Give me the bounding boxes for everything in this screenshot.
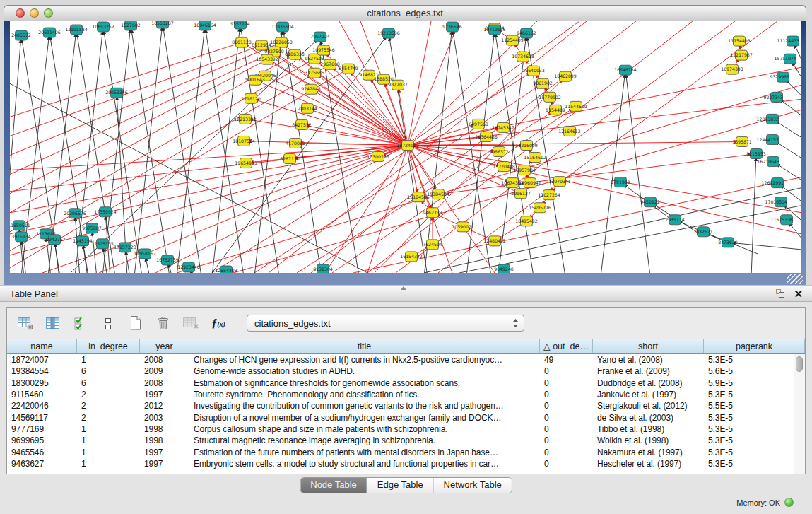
network-edge[interactable] [424,33,452,273]
network-edge[interactable] [794,64,801,77]
network-node-label: 19218596 [377,30,400,35]
network-edge[interactable] [93,235,97,273]
network-edge[interactable] [212,74,528,273]
cell-in_degree: 1 [77,459,140,469]
column-header-title[interactable]: title [189,339,540,353]
network-edge[interactable] [601,76,625,273]
table-row[interactable]: 946362711997Embryonic stem cells: a mode… [7,458,794,469]
table-row[interactable]: 911546021997Tourette syndrome. Phenomeno… [7,389,794,400]
network-node-label: 13216099 [515,143,538,148]
network-node-label: 12070341 [548,179,571,184]
network-edge[interactable] [796,47,801,59]
network-edge[interactable] [313,110,402,143]
cell-title: Estimation of the future numbers of pati… [189,448,540,457]
column-header-name[interactable]: name [7,339,77,353]
network-edge[interactable] [527,176,528,177]
network-edge[interactable] [553,103,553,105]
cell-pagerank: 5.6E-5 [704,366,794,376]
network-node-label: 2967608 [320,62,340,66]
network-edge[interactable] [104,33,142,273]
network-edge[interactable] [375,81,561,273]
network-edge[interactable] [10,67,325,251]
close-panel-icon[interactable]: ✕ [794,287,803,301]
tab-network-table[interactable]: Network Table [434,478,512,493]
table-row[interactable]: 1872400712008Changes of HCN gene express… [7,354,794,366]
network-edge[interactable] [163,30,201,273]
network-edge[interactable] [735,61,738,65]
network-edge[interactable] [257,100,403,144]
network-edge[interactable] [408,21,431,140]
minimize-window-button[interactable] [30,8,39,18]
network-edge[interactable] [413,146,801,213]
cell-short: Jankovic et al. (1997) [593,390,704,399]
tab-node-table[interactable]: Node Table [300,478,367,493]
network-edge[interactable] [22,243,26,273]
select-columns-button[interactable] [44,315,62,332]
network-edge[interactable] [10,47,256,136]
network-edge[interactable] [438,21,777,273]
row-height-icon [106,318,111,329]
cell-name: 9699695 [7,436,77,445]
table-row[interactable]: 1938455462009Genome-wide association stu… [7,366,794,377]
network-node-label: 8131304 [313,267,333,271]
network-node-label: 3175685 [305,70,324,75]
network-edge[interactable] [308,126,402,144]
column-header-out_degree[interactable]: △ out_de… [540,339,593,353]
float-panel-icon[interactable] [776,289,786,299]
network-edge[interactable] [424,188,801,273]
network-edge[interactable] [169,267,172,273]
network-edge[interactable] [317,93,403,143]
close-window-button[interactable] [16,8,25,18]
network-edge[interactable] [10,146,402,170]
function-builder-button[interactable]: ƒ(x) [209,315,228,332]
network-edge[interactable] [146,260,150,273]
column-header-in_degree[interactable]: in_degree [77,339,140,353]
network-node-label: 10543392 [256,57,278,62]
table-row[interactable]: 977716911998Corpus callosum shape and si… [7,424,794,435]
network-edge[interactable] [261,83,402,144]
network-edge[interactable] [212,30,240,273]
splitter-handle[interactable] [401,286,406,290]
table-row[interactable]: 1456911722003Disruption of a novel membe… [7,411,794,423]
table-row[interactable]: 2242004622012Investigating the contribut… [7,400,794,411]
function-icon: ƒ(x) [211,317,225,329]
network-edge[interactable] [516,46,520,52]
network-canvas[interactable]: 1872400786011288912954182260589827509105… [10,21,801,273]
network-edge[interactable] [131,32,170,273]
network-edge[interactable] [751,160,756,273]
delete-column-button[interactable] [154,315,172,332]
network-edge[interactable] [102,32,130,273]
column-header-short[interactable]: short [593,339,704,353]
network-edge[interactable] [778,143,801,158]
resize-grip[interactable] [787,274,803,284]
network-edge[interactable] [332,110,571,273]
network-edge[interactable] [626,76,650,273]
table-settings-button[interactable] [16,315,35,332]
scrollbar-thumb[interactable] [796,356,803,372]
network-edge[interactable] [311,21,636,273]
table-selector-dropdown[interactable]: citations_edges.txt [247,315,524,332]
network-edge[interactable] [177,32,204,273]
row-height-button[interactable] [99,315,117,332]
create-column-button[interactable] [126,315,145,332]
network-edge[interactable] [438,216,458,225]
network-edge[interactable] [778,122,801,137]
table-row[interactable]: 946554611997Estimation of the future num… [7,446,794,457]
select-attributes-button[interactable] [71,315,90,332]
tab-edge-table[interactable]: Edge Table [367,478,434,493]
network-edge[interactable] [10,62,310,232]
network-svg: 1872400786011288912954182260589827509105… [10,21,801,273]
table-row[interactable]: 1830029562008Estimation of significance … [7,378,794,389]
network-window-titlebar[interactable]: citations_edges.txt [4,5,806,21]
zoom-window-button[interactable] [44,8,53,18]
column-header-pagerank[interactable]: pagerank [704,339,805,353]
vertical-scrollbar[interactable] [794,354,805,474]
column-header-year[interactable]: year [140,339,189,353]
network-edge[interactable] [411,150,435,189]
network-edge[interactable] [241,30,279,273]
delete-table-button[interactable] [182,315,200,332]
network-edge[interactable] [791,225,801,238]
network-edge[interactable] [206,32,244,273]
table-row[interactable]: 969969511998Structural magnetic resonanc… [7,435,794,446]
network-edge[interactable] [782,101,801,116]
